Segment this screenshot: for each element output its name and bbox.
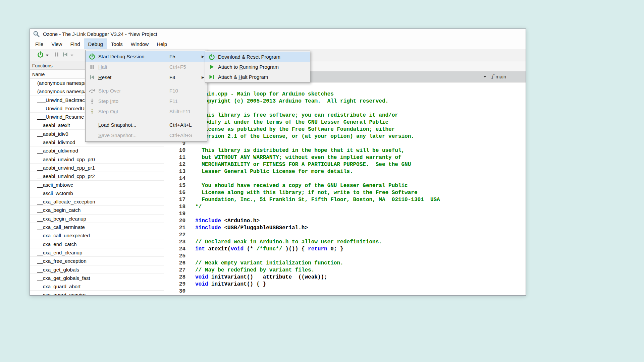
code-line[interactable]: 17 Foundation, Inc., 51 Franklin St, Fif… [164, 196, 526, 203]
line-number[interactable]: 22 [164, 232, 190, 239]
code-line[interactable]: 16 License along with this library; if n… [164, 189, 526, 196]
line-number[interactable]: 19 [164, 210, 190, 218]
function-row[interactable]: __cxa_end_catch [30, 240, 164, 248]
line-number[interactable]: 27 [164, 267, 190, 274]
line-number[interactable]: 28 [164, 274, 190, 281]
code-line[interactable]: 24int atexit(void (* /*func*/ )()) { ret… [164, 246, 526, 253]
reset-icon [62, 52, 68, 58]
reset-button[interactable] [61, 51, 69, 60]
function-row[interactable]: __cxa_call_terminate [30, 223, 164, 231]
function-row[interactable]: __ascii_wctomb [30, 189, 164, 197]
code-line[interactable]: 14 [164, 175, 526, 182]
function-row[interactable]: __cxa_free_exception [30, 257, 164, 265]
chevron-down-icon[interactable] [45, 51, 50, 60]
menu-item-download-reset-program[interactable]: Download & Reset Program [205, 52, 310, 62]
menubar-item-find[interactable]: Find [66, 39, 84, 49]
line-number[interactable]: 15 [164, 182, 190, 189]
code-line[interactable]: 25 [164, 253, 526, 260]
code-line[interactable]: 12 MERCHANTABILITY or FITNESS FOR A PART… [164, 161, 526, 168]
line-number[interactable]: 12 [164, 161, 190, 168]
code-line[interactable]: 4 [164, 105, 526, 112]
menu-item-save-snapshot[interactable]: Save Snapshot...Ctrl+Alt+S [86, 130, 207, 140]
code-line[interactable]: 28void initVariant() __attribute__((weak… [164, 274, 526, 281]
code-line[interactable]: 7 License as published by the Free Softw… [164, 126, 526, 133]
code-line[interactable]: 10 This library is distributed in the ho… [164, 147, 526, 154]
function-row[interactable]: __aeabi_unwind_cpp_pr0 [30, 155, 164, 164]
code-line[interactable]: 21#include <USB/PluggableUSBSerial.h> [164, 225, 526, 232]
code-line[interactable]: 23// Declared weak in Arduino.h to allow… [164, 239, 526, 246]
code-line[interactable]: 27// May be redefined by variant files. [164, 267, 526, 274]
line-number[interactable]: 17 [164, 196, 190, 203]
line-number[interactable]: 13 [164, 168, 190, 175]
code-line[interactable]: 8 version 2.1 of the License, or (at you… [164, 133, 526, 140]
chevron-down-icon[interactable] [483, 76, 486, 78]
code-text: License along with this library; if not,… [190, 189, 418, 196]
menubar-item-help[interactable]: Help [153, 39, 171, 49]
chevron-down-icon[interactable] [69, 51, 74, 60]
function-row[interactable]: __cxa_get_globals_fast [30, 274, 164, 282]
line-number[interactable]: 30 [164, 288, 190, 295]
line-number[interactable]: 20 [164, 218, 190, 225]
power-button[interactable] [36, 51, 45, 60]
line-number[interactable]: 16 [164, 189, 190, 196]
menubar-item-file[interactable]: File [31, 39, 47, 49]
function-row[interactable]: __cxa_end_cleanup [30, 248, 164, 257]
code-line[interactable]: 1/* [164, 84, 526, 91]
menubar-item-window[interactable]: Window [127, 39, 153, 49]
code-line[interactable]: 18*/ [164, 203, 526, 210]
function-row[interactable]: __aeabi_unwind_cpp_pr1 [30, 164, 164, 172]
line-number[interactable]: 23 [164, 239, 190, 246]
function-row[interactable]: __aeabi_uldivmod [30, 146, 164, 155]
code-line[interactable]: 26// Weak empty variant initialization f… [164, 260, 526, 267]
menu-item-step-into[interactable]: Step IntoF11 [86, 96, 207, 106]
function-row[interactable]: __cxa_begin_cleanup [30, 215, 164, 223]
line-number[interactable]: 18 [164, 203, 190, 210]
line-number[interactable]: 21 [164, 225, 190, 232]
menu-item-step-over[interactable]: Step OverF10 [86, 85, 207, 96]
pause-button[interactable] [52, 51, 61, 60]
menubar-item-view[interactable]: View [47, 39, 66, 49]
line-number[interactable]: 14 [164, 175, 190, 182]
power-icon [86, 53, 98, 60]
code-line[interactable]: 9 [164, 140, 526, 147]
menubar-item-debug[interactable]: Debug [84, 39, 107, 49]
code-line[interactable]: 19 [164, 210, 526, 218]
code-line[interactable]: 13 Lesser General Public License for mor… [164, 168, 526, 175]
code-line[interactable]: 22 [164, 232, 526, 239]
function-row[interactable]: __cxa_call_unexpected [30, 231, 164, 240]
code-text [190, 232, 195, 239]
function-row[interactable]: __ascii_mbtowc [30, 181, 164, 189]
code-text [190, 175, 195, 182]
menu-item-load-snapshot[interactable]: Load Snapshot...Ctrl+Alt+L [86, 120, 207, 130]
line-number[interactable]: 29 [164, 281, 190, 288]
menubar-item-tools[interactable]: Tools [107, 39, 127, 49]
menu-item-reset[interactable]: ResetF4▶ [86, 72, 207, 82]
function-row[interactable]: __aeabi_unwind_cpp_pr2 [30, 172, 164, 180]
code-line[interactable]: 2 main.cpp - Main loop for Arduino sketc… [164, 91, 526, 98]
menu-item-halt[interactable]: HaltCtrl+F5 [86, 62, 207, 72]
line-number[interactable]: 11 [164, 154, 190, 161]
function-row[interactable]: __cxa_begin_catch [30, 206, 164, 214]
code-line[interactable]: 11 but WITHOUT ANY WARRANTY; without eve… [164, 154, 526, 161]
menu-item-attach-to-running-program[interactable]: Attach to Running Program [205, 62, 310, 72]
menu-item-attach-halt-program[interactable]: Attach & Halt Program [205, 72, 310, 82]
function-selector[interactable]: f main [491, 73, 506, 80]
function-row[interactable]: __cxa_get_globals [30, 265, 164, 274]
code-line[interactable]: 15 You should have received a copy of th… [164, 182, 526, 189]
line-number[interactable]: 25 [164, 253, 190, 260]
code-line[interactable]: 6 modify it under the terms of the GNU L… [164, 119, 526, 126]
function-row[interactable]: __cxa_allocate_exception [30, 197, 164, 206]
function-row[interactable]: __cxa_guard_acquire [30, 291, 164, 295]
function-row[interactable]: __cxa_guard_abort [30, 282, 164, 291]
code-line[interactable]: 29void initVariant() { } [164, 281, 526, 288]
line-number[interactable]: 24 [164, 246, 190, 253]
line-number[interactable]: 26 [164, 260, 190, 267]
code-line[interactable]: 20#include <Arduino.h> [164, 218, 526, 225]
menu-item-step-out[interactable]: Step OutShift+F11 [86, 106, 207, 117]
code-line[interactable]: 5 This library is free software; you can… [164, 112, 526, 119]
menu-item-label: Save Snapshot... [98, 132, 169, 138]
line-number[interactable]: 10 [164, 147, 190, 154]
code-line[interactable]: 3 Copyright (c) 2005-2013 Arduino Team. … [164, 98, 526, 105]
menu-item-start-debug-session[interactable]: Start Debug SessionF5▶ [86, 51, 207, 62]
code-line[interactable]: 30 [164, 288, 526, 295]
